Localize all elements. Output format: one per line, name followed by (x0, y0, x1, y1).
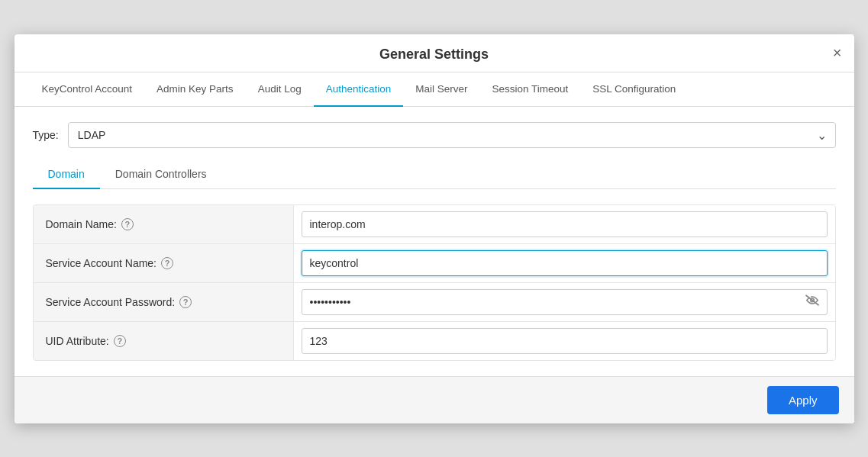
domain-name-row: Domain Name: ? (34, 205, 835, 244)
apply-button[interactable]: Apply (767, 386, 839, 414)
modal-footer: Apply (15, 376, 854, 423)
domain-name-label: Domain Name: ? (34, 209, 293, 240)
modal-header: General Settings × (15, 34, 854, 72)
tab-admin-key-parts[interactable]: Admin Key Parts (144, 72, 246, 107)
tab-authentication[interactable]: Authentication (314, 72, 404, 107)
uid-attribute-label: UID Attribute: ? (34, 326, 293, 356)
uid-attribute-input-wrapper (293, 322, 835, 360)
general-settings-modal: General Settings × KeyControl Account Ad… (15, 34, 854, 423)
service-account-name-input-wrapper (293, 244, 835, 282)
tab-mail-server[interactable]: Mail Server (403, 72, 479, 107)
sub-tab-domain[interactable]: Domain (33, 160, 100, 189)
uid-attribute-input[interactable] (302, 328, 828, 354)
sub-tab-domain-controllers[interactable]: Domain Controllers (100, 160, 222, 189)
type-row: Type: LDAP Active Directory Local ⌄ (33, 122, 836, 148)
modal-title: General Settings (379, 47, 489, 72)
service-account-password-label: Service Account Password: ? (34, 287, 293, 317)
close-button[interactable]: × (833, 45, 842, 60)
tab-ssl-configuration[interactable]: SSL Configuration (580, 72, 688, 107)
form-section: Domain Name: ? Service Account Name: ? (33, 204, 836, 361)
eye-slash-icon[interactable] (805, 294, 820, 310)
service-account-name-label: Service Account Name: ? (34, 248, 293, 278)
service-account-password-input[interactable] (302, 289, 828, 315)
modal-body: Type: LDAP Active Directory Local ⌄ Doma… (15, 107, 854, 376)
domain-name-input-wrapper (293, 205, 835, 243)
uid-attribute-help-icon[interactable]: ? (114, 335, 126, 347)
tab-audit-log[interactable]: Audit Log (246, 72, 314, 107)
type-label: Type: (33, 129, 59, 141)
main-tabs: KeyControl Account Admin Key Parts Audit… (15, 72, 854, 107)
domain-name-help-icon[interactable]: ? (121, 218, 134, 230)
service-account-password-input-wrapper (293, 283, 835, 321)
service-account-password-row: Service Account Password: ? (34, 283, 835, 322)
type-select[interactable]: LDAP Active Directory Local (68, 122, 836, 148)
uid-attribute-row: UID Attribute: ? (34, 322, 835, 360)
service-account-name-input[interactable] (302, 250, 828, 276)
tab-session-timeout[interactable]: Session Timeout (480, 72, 581, 107)
domain-name-input[interactable] (302, 211, 828, 237)
service-account-password-help-icon[interactable]: ? (179, 296, 192, 308)
service-account-name-row: Service Account Name: ? (34, 244, 835, 283)
service-account-name-help-icon[interactable]: ? (161, 257, 173, 269)
sub-tabs: Domain Domain Controllers (33, 160, 836, 189)
password-wrapper (302, 289, 828, 315)
type-select-wrapper: LDAP Active Directory Local ⌄ (68, 122, 836, 148)
tab-keycontrol-account[interactable]: KeyControl Account (30, 72, 145, 107)
